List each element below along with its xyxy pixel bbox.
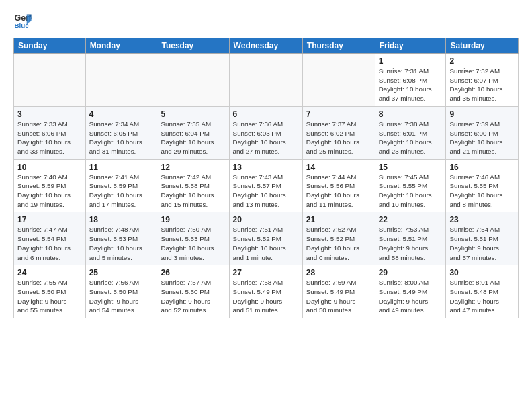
day-number: 5 [161,109,225,119]
week-row-2: 3Sunrise: 7:33 AM Sunset: 6:06 PM Daylig… [14,106,519,159]
calendar-cell: 6Sunrise: 7:36 AM Sunset: 6:03 PM Daylig… [229,106,302,159]
calendar-cell: 13Sunrise: 7:43 AM Sunset: 5:57 PM Dayli… [229,159,302,212]
day-number: 8 [379,109,443,119]
day-info: Sunrise: 7:42 AM Sunset: 5:58 PM Dayligh… [161,173,225,210]
day-number: 28 [306,268,371,277]
day-number: 2 [449,56,515,66]
weekday-header-tuesday: Tuesday [157,38,229,54]
calendar-cell: 19Sunrise: 7:50 AM Sunset: 5:53 PM Dayli… [157,212,229,265]
calendar-cell: 29Sunrise: 8:00 AM Sunset: 5:49 PM Dayli… [375,265,446,318]
day-info: Sunrise: 7:47 AM Sunset: 5:54 PM Dayligh… [17,225,82,262]
weekday-header-friday: Friday [375,38,446,54]
day-info: Sunrise: 7:52 AM Sunset: 5:52 PM Dayligh… [306,225,371,262]
calendar-cell: 17Sunrise: 7:47 AM Sunset: 5:54 PM Dayli… [14,212,86,265]
calendar-cell: 26Sunrise: 7:57 AM Sunset: 5:50 PM Dayli… [157,265,229,318]
day-info: Sunrise: 7:38 AM Sunset: 6:01 PM Dayligh… [379,120,443,156]
day-number: 16 [449,163,515,172]
calendar-cell [302,54,375,107]
day-number: 30 [449,268,515,277]
day-info: Sunrise: 7:55 AM Sunset: 5:50 PM Dayligh… [17,278,82,315]
calendar-cell: 5Sunrise: 7:35 AM Sunset: 6:04 PM Daylig… [157,106,229,159]
day-number: 15 [379,163,443,172]
day-number: 3 [17,109,82,119]
day-number: 25 [89,268,154,277]
day-number: 9 [449,109,515,119]
weekday-header-monday: Monday [85,38,157,54]
calendar-cell: 22Sunrise: 7:53 AM Sunset: 5:51 PM Dayli… [375,212,446,265]
day-info: Sunrise: 7:37 AM Sunset: 6:02 PM Dayligh… [306,120,371,156]
day-info: Sunrise: 7:50 AM Sunset: 5:53 PM Dayligh… [161,225,225,262]
weekday-header-row: SundayMondayTuesdayWednesdayThursdayFrid… [14,38,519,54]
calendar-cell: 3Sunrise: 7:33 AM Sunset: 6:06 PM Daylig… [14,106,86,159]
weekday-header-wednesday: Wednesday [229,38,302,54]
day-info: Sunrise: 7:57 AM Sunset: 5:50 PM Dayligh… [161,278,225,315]
week-row-1: 1Sunrise: 7:31 AM Sunset: 6:08 PM Daylig… [14,54,519,107]
calendar-cell: 20Sunrise: 7:51 AM Sunset: 5:52 PM Dayli… [229,212,302,265]
day-number: 24 [17,268,82,277]
day-number: 11 [89,163,154,172]
calendar-cell: 16Sunrise: 7:46 AM Sunset: 5:55 PM Dayli… [446,159,519,212]
day-info: Sunrise: 8:01 AM Sunset: 5:48 PM Dayligh… [449,278,515,315]
day-number: 7 [306,109,371,119]
day-number: 14 [306,163,371,172]
weekday-header-saturday: Saturday [446,38,519,54]
day-number: 20 [233,215,299,224]
calendar-cell: 23Sunrise: 7:54 AM Sunset: 5:51 PM Dayli… [446,212,519,265]
day-info: Sunrise: 7:53 AM Sunset: 5:51 PM Dayligh… [379,225,443,262]
day-info: Sunrise: 7:54 AM Sunset: 5:51 PM Dayligh… [449,225,515,262]
logo: General Blue [13,11,35,30]
calendar-cell [229,54,302,107]
day-number: 23 [449,215,515,224]
day-info: Sunrise: 7:32 AM Sunset: 6:07 PM Dayligh… [449,66,515,103]
calendar-cell: 9Sunrise: 7:39 AM Sunset: 6:00 PM Daylig… [446,106,519,159]
week-row-4: 17Sunrise: 7:47 AM Sunset: 5:54 PM Dayli… [14,212,519,265]
calendar-cell: 10Sunrise: 7:40 AM Sunset: 5:59 PM Dayli… [14,159,86,212]
day-info: Sunrise: 7:31 AM Sunset: 6:08 PM Dayligh… [379,66,443,103]
calendar-cell [157,54,229,107]
day-info: Sunrise: 7:45 AM Sunset: 5:55 PM Dayligh… [379,173,443,210]
day-number: 18 [89,215,154,224]
calendar-cell: 8Sunrise: 7:38 AM Sunset: 6:01 PM Daylig… [375,106,446,159]
day-info: Sunrise: 8:00 AM Sunset: 5:49 PM Dayligh… [379,278,443,315]
logo-icon: General Blue [13,11,32,30]
day-number: 22 [379,215,443,224]
calendar-cell: 28Sunrise: 7:59 AM Sunset: 5:49 PM Dayli… [302,265,375,318]
calendar-cell: 24Sunrise: 7:55 AM Sunset: 5:50 PM Dayli… [14,265,86,318]
weekday-header-sunday: Sunday [14,38,86,54]
calendar-cell: 21Sunrise: 7:52 AM Sunset: 5:52 PM Dayli… [302,212,375,265]
day-info: Sunrise: 7:36 AM Sunset: 6:03 PM Dayligh… [233,120,299,156]
calendar-cell [14,54,86,107]
day-number: 4 [89,109,154,119]
calendar-cell: 2Sunrise: 7:32 AM Sunset: 6:07 PM Daylig… [446,54,519,107]
day-info: Sunrise: 7:40 AM Sunset: 5:59 PM Dayligh… [17,173,82,210]
weekday-header-thursday: Thursday [302,38,375,54]
week-row-5: 24Sunrise: 7:55 AM Sunset: 5:50 PM Dayli… [14,265,519,318]
calendar-cell [85,54,157,107]
calendar-cell: 11Sunrise: 7:41 AM Sunset: 5:59 PM Dayli… [85,159,157,212]
calendar-cell: 30Sunrise: 8:01 AM Sunset: 5:48 PM Dayli… [446,265,519,318]
day-number: 27 [233,268,299,277]
calendar-cell: 7Sunrise: 7:37 AM Sunset: 6:02 PM Daylig… [302,106,375,159]
day-number: 19 [161,215,225,224]
calendar-cell: 25Sunrise: 7:56 AM Sunset: 5:50 PM Dayli… [85,265,157,318]
day-info: Sunrise: 7:39 AM Sunset: 6:00 PM Dayligh… [449,120,515,156]
day-info: Sunrise: 7:58 AM Sunset: 5:49 PM Dayligh… [233,278,299,315]
day-info: Sunrise: 7:43 AM Sunset: 5:57 PM Dayligh… [233,173,299,210]
day-number: 10 [17,163,82,172]
calendar-cell: 18Sunrise: 7:48 AM Sunset: 5:53 PM Dayli… [85,212,157,265]
day-number: 21 [306,215,371,224]
header: General Blue [13,11,519,30]
week-row-3: 10Sunrise: 7:40 AM Sunset: 5:59 PM Dayli… [14,159,519,212]
day-number: 29 [379,268,443,277]
day-info: Sunrise: 7:41 AM Sunset: 5:59 PM Dayligh… [89,173,154,210]
day-number: 17 [17,215,82,224]
day-info: Sunrise: 7:48 AM Sunset: 5:53 PM Dayligh… [89,225,154,262]
day-info: Sunrise: 7:56 AM Sunset: 5:50 PM Dayligh… [89,278,154,315]
day-info: Sunrise: 7:51 AM Sunset: 5:52 PM Dayligh… [233,225,299,262]
day-number: 12 [161,163,225,172]
calendar-cell: 12Sunrise: 7:42 AM Sunset: 5:58 PM Dayli… [157,159,229,212]
page: General Blue SundayMondayTuesdayWednesda… [0,0,532,325]
day-info: Sunrise: 7:44 AM Sunset: 5:56 PM Dayligh… [306,173,371,210]
calendar-cell: 27Sunrise: 7:58 AM Sunset: 5:49 PM Dayli… [229,265,302,318]
day-number: 26 [161,268,225,277]
